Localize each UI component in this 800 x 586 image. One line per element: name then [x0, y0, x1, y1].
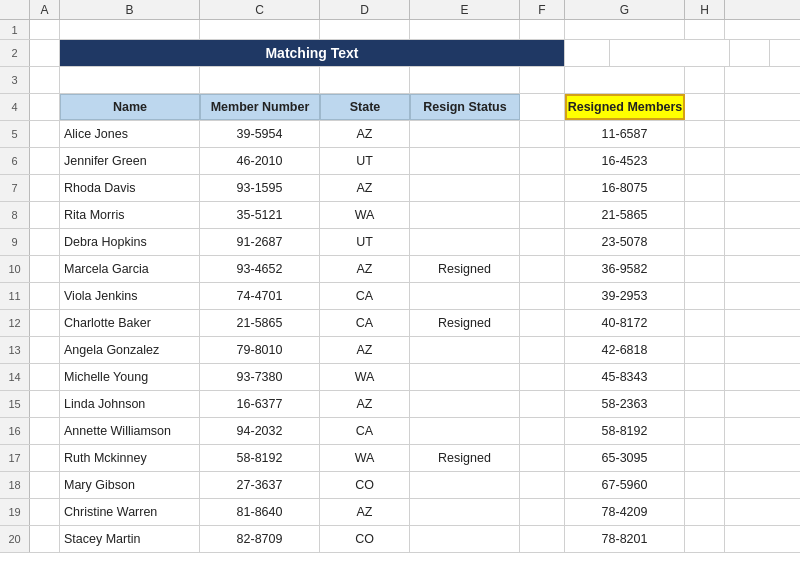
row-5: 5 Alice Jones 39-5954 AZ 11-6587 [0, 121, 800, 148]
cell-f12 [520, 310, 565, 336]
cell-f18 [520, 472, 565, 498]
cell-a15 [30, 391, 60, 417]
cell-resignstatus-8 [410, 202, 520, 228]
cell-memberno-10: 93-4652 [200, 256, 320, 282]
cell-name-8: Rita Morris [60, 202, 200, 228]
cell-a2 [30, 40, 60, 66]
rownum-5: 5 [0, 121, 30, 147]
spreadsheet: A B C D E F G H 1 2 Matching Text 3 [0, 0, 800, 586]
cell-h13 [685, 337, 725, 363]
cell-resignstatus-6 [410, 148, 520, 174]
cell-f3 [520, 67, 565, 93]
cell-memberno-18: 27-3637 [200, 472, 320, 498]
cell-state-5: AZ [320, 121, 410, 147]
cell-h9 [685, 229, 725, 255]
cell-f10 [520, 256, 565, 282]
cell-memberno-15: 16-6377 [200, 391, 320, 417]
cell-e3 [410, 67, 520, 93]
cell-a3 [30, 67, 60, 93]
cell-h17 [685, 445, 725, 471]
row-1: 1 [0, 20, 800, 40]
cell-resigned-19: 78-4209 [565, 499, 685, 525]
cell-memberno-12: 21-5865 [200, 310, 320, 336]
cell-memberno-19: 81-8640 [200, 499, 320, 525]
cell-name-13: Angela Gonzalez [60, 337, 200, 363]
row-6: 6 Jennifer Green 46-2010 UT 16-4523 [0, 148, 800, 175]
cell-f9 [520, 229, 565, 255]
cell-f7 [520, 175, 565, 201]
cell-name-16: Annette Williamson [60, 418, 200, 444]
cell-name-12: Charlotte Baker [60, 310, 200, 336]
cell-f15 [520, 391, 565, 417]
cell-h2 [730, 40, 770, 66]
cell-name-7: Rhoda Davis [60, 175, 200, 201]
cell-resigned-13: 42-6818 [565, 337, 685, 363]
row-12: 12 Charlotte Baker 21-5865 CA Resigned 4… [0, 310, 800, 337]
cell-a4 [30, 94, 60, 120]
cell-f14 [520, 364, 565, 390]
cell-f4 [520, 94, 565, 120]
cell-resigned-16: 58-8192 [565, 418, 685, 444]
rownum-10: 10 [0, 256, 30, 282]
cell-f1 [520, 20, 565, 39]
cell-a14 [30, 364, 60, 390]
cell-resigned-9: 23-5078 [565, 229, 685, 255]
rownum-16: 16 [0, 418, 30, 444]
cell-a19 [30, 499, 60, 525]
cell-h11 [685, 283, 725, 309]
cell-h7 [685, 175, 725, 201]
header-name: Name [60, 94, 200, 120]
cell-memberno-13: 79-8010 [200, 337, 320, 363]
cell-c3 [200, 67, 320, 93]
row-14: 14 Michelle Young 93-7380 WA 45-8343 [0, 364, 800, 391]
cell-resigned-7: 16-8075 [565, 175, 685, 201]
cell-h14 [685, 364, 725, 390]
cell-state-8: WA [320, 202, 410, 228]
row-9: 9 Debra Hopkins 91-2687 UT 23-5078 [0, 229, 800, 256]
row-19: 19 Christine Warren 81-8640 AZ 78-4209 [0, 499, 800, 526]
cell-state-13: AZ [320, 337, 410, 363]
cell-name-14: Michelle Young [60, 364, 200, 390]
rownum-2: 2 [0, 40, 30, 66]
cell-a10 [30, 256, 60, 282]
col-header-d: D [320, 0, 410, 19]
cell-resigned-18: 67-5960 [565, 472, 685, 498]
cell-resigned-14: 45-8343 [565, 364, 685, 390]
cell-name-19: Christine Warren [60, 499, 200, 525]
cell-state-11: CA [320, 283, 410, 309]
row-11: 11 Viola Jenkins 74-4701 CA 39-2953 [0, 283, 800, 310]
cell-resignstatus-7 [410, 175, 520, 201]
header-member-number: Member Number [200, 94, 320, 120]
cell-memberno-6: 46-2010 [200, 148, 320, 174]
rownum-13: 13 [0, 337, 30, 363]
header-resign-status: Resign Status [410, 94, 520, 120]
col-header-c: C [200, 0, 320, 19]
cell-a11 [30, 283, 60, 309]
cell-h3 [685, 67, 725, 93]
cell-resignstatus-5 [410, 121, 520, 147]
cell-a8 [30, 202, 60, 228]
col-header-e: E [410, 0, 520, 19]
cell-resignstatus-11 [410, 283, 520, 309]
corner-cell [0, 0, 30, 19]
cell-resignstatus-14 [410, 364, 520, 390]
cell-a17 [30, 445, 60, 471]
cell-resigned-8: 21-5865 [565, 202, 685, 228]
cell-a1 [30, 20, 60, 39]
cell-a7 [30, 175, 60, 201]
cell-resignstatus-12: Resigned [410, 310, 520, 336]
rownum-4: 4 [0, 94, 30, 120]
rownum-12: 12 [0, 310, 30, 336]
cell-a20 [30, 526, 60, 552]
cell-h10 [685, 256, 725, 282]
cell-a5 [30, 121, 60, 147]
cell-h8 [685, 202, 725, 228]
col-header-a: A [30, 0, 60, 19]
row-4: 4 Name Member Number State Resign Status… [0, 94, 800, 121]
title-cell: Matching Text [60, 40, 565, 66]
rownum-3: 3 [0, 67, 30, 93]
cell-name-9: Debra Hopkins [60, 229, 200, 255]
cell-resigned-10: 36-9582 [565, 256, 685, 282]
cell-state-7: AZ [320, 175, 410, 201]
cell-resignstatus-9 [410, 229, 520, 255]
